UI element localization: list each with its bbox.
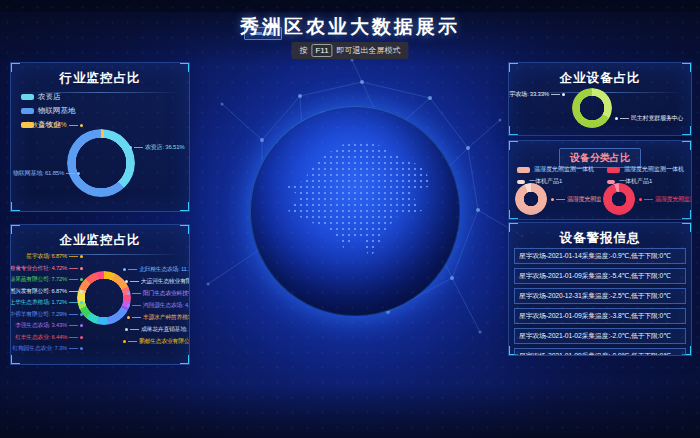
pie-callout: 红丰生态农业: 6.44% xyxy=(15,333,83,342)
panel-title-industry: 行业监控占比 xyxy=(11,63,189,87)
pie-callout: 红梅园生态农业: 7.3% xyxy=(13,344,83,353)
legend-label: 农资店 xyxy=(38,92,61,102)
tooltip-suffix: 即可退出全屏模式 xyxy=(337,45,401,56)
pie-callout: 鹏都生态农业有限公司: 6.87% xyxy=(123,337,190,346)
legend-label: 温湿度光照监测一体机 xyxy=(624,165,684,174)
pie-callout: 温湿度光照监测一— xyxy=(551,195,601,204)
pie-callout: 畜牧业: 1.64% xyxy=(25,121,83,130)
industry-donut-chart[interactable] xyxy=(67,129,135,197)
legend-item[interactable]: 物联网基地 xyxy=(21,106,76,116)
legend-label: 温湿度光照监测一体机 xyxy=(534,165,594,174)
pie-callout: 李强生态农场: 3.43% xyxy=(15,321,83,330)
pie-callout: 民主村党群服务中心 xyxy=(615,114,683,123)
panel-enterprise-monitor-ratio: 企业监控占比 星宇农场: 6.87% 红阳粮食专业合作社: 4.72% 家绿果蔬… xyxy=(10,224,190,365)
pie-callout: 国兴发有限公司: 6.87% xyxy=(10,287,83,296)
pie-callout: 星宇农场: 33.33% xyxy=(508,90,565,99)
legend-swatch xyxy=(517,167,530,173)
legend-label: 物联网基地 xyxy=(38,106,76,116)
panel-device-alarm-info: 设备警报信息 星宇农场-2021-01-14采集温度:-0.9℃,低于下限:0℃… xyxy=(508,222,692,356)
panel-title-equipment: 企业设备占比 xyxy=(509,63,691,87)
page-title: 秀洲区农业大数据展示 xyxy=(240,14,460,40)
enterprise-donut-chart[interactable] xyxy=(77,271,131,325)
panel-title-enterprise: 企业监控占比 xyxy=(11,225,189,249)
pie-callout: 中侨羊有限公司: 7.29% xyxy=(10,310,83,319)
pie-callout: 丰源水产种苗养殖场: 1. xyxy=(127,313,190,322)
legend-swatch xyxy=(607,167,620,173)
pie-callout: 阳门生态农业科技有限公 xyxy=(127,289,190,298)
legend-item[interactable]: 农资店 xyxy=(21,92,76,102)
pie-callout: 大运河生态牧业有限责任公 xyxy=(125,277,190,286)
pie-callout: 鸿翔源生态农场: 4.29 xyxy=(127,301,190,310)
header-top-strip xyxy=(0,0,700,12)
tooltip-prefix: 按 xyxy=(299,45,307,56)
panel-device-category-ratio: 设备分类占比 温湿度光照监测一体机 一体机产品1 温湿度光照监测一体机 一体机产… xyxy=(508,140,692,220)
panel-title-alarm: 设备警报信息 xyxy=(509,223,691,247)
pie-callout: 物联网基地: 61.85% xyxy=(13,169,80,178)
legend-swatch xyxy=(21,108,34,114)
alarm-row: 星宇农场-2021-01-14采集温度:-0.9℃,低于下限:0℃ xyxy=(514,248,686,264)
dashboard: 秀洲区农业大数据展示 按 F11 即可退出全屏模式 行业监控占比 农资店 物联网… xyxy=(0,0,700,438)
pie-callout: 星宇农场: 6.87% xyxy=(26,252,83,261)
alarm-row: 星宇农场-2021-01-09采集温度:-3.8℃,低于下限:0℃ xyxy=(514,308,686,324)
alarm-list: 星宇农场-2021-01-14采集温度:-0.9℃,低于下限:0℃ 星宇农场-2… xyxy=(514,248,686,356)
legend-item[interactable]: 温湿度光照监测一体机 xyxy=(607,165,684,174)
pie-callout: 家绿果蔬有限公司: 7.72% xyxy=(10,275,83,284)
pie-callout: 温湿度光照监测一— xyxy=(639,195,691,204)
legend-item[interactable]: 温湿度光照监测一体机 xyxy=(517,165,594,174)
alarm-row: 星宇农场-2021-01-09采集温度:-5.4℃,低于下限:0℃ xyxy=(514,268,686,284)
pie-callout: 成琳花卉直销基地: 15.02% xyxy=(125,325,190,334)
legend-swatch xyxy=(517,180,525,184)
alarm-row: 星宇农场-2021-01-02采集温度:-2.0℃,低于下限:0℃ xyxy=(514,328,686,344)
fullscreen-exit-tooltip: 按 F11 即可退出全屏模式 xyxy=(291,42,408,59)
alarm-row: 星宇农场-2020-12-31采集温度:-2.5℃,低于下限:0℃ xyxy=(514,288,686,304)
pie-callout: 农资店: 36.51% xyxy=(129,143,184,152)
pie-callout: 红阳粮食专业合作社: 4.72% xyxy=(10,264,83,273)
panel-equipment-ratio: 企业设备占比 星宇农场: 33.33% 民主村党群服务中心 xyxy=(508,62,692,136)
pie-callout: 上华生态养殖场: 1.72% xyxy=(10,298,83,307)
legend-swatch xyxy=(21,94,34,100)
f11-keycap: F11 xyxy=(311,44,332,57)
device-donut-chart-left[interactable] xyxy=(515,183,547,215)
panel-industry-monitor-ratio: 行业监控占比 农资店 物联网基地 畜牧业 畜牧业: 1.64% 农资店: 36.… xyxy=(10,62,190,212)
device-donut-chart-right[interactable] xyxy=(603,183,635,215)
equipment-donut-chart[interactable] xyxy=(572,88,612,128)
globe-visualization xyxy=(250,106,460,316)
globe-continent-dots xyxy=(262,118,448,304)
alarm-row: 星宇农场-2021-01-09采集温度:-0.9℃,低于下限:0℃ xyxy=(514,348,686,356)
pie-callout: 北归粮生态农场: 11.16% xyxy=(123,265,190,274)
